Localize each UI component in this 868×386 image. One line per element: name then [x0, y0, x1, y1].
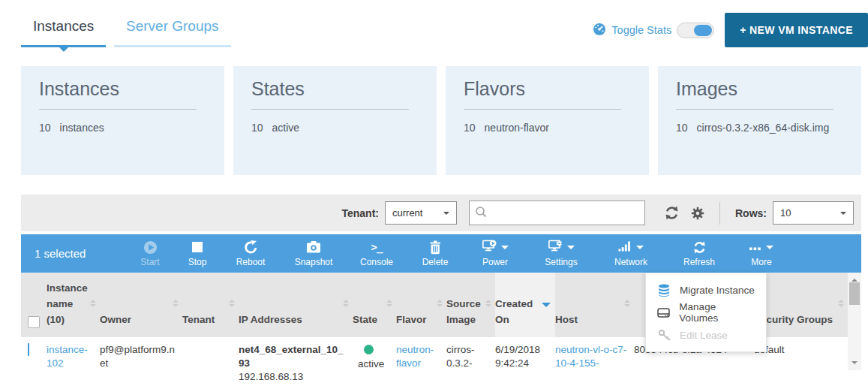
column-header-security-groups[interactable]: Security Groups — [754, 273, 848, 337]
source-image-cell: cirros-0.3.2- — [446, 343, 495, 370]
ip-address: 192.168.68.13 — [239, 370, 347, 384]
page-header: Instances Server Groups Toggle Stats + N… — [0, 0, 868, 60]
card-divider — [464, 109, 621, 110]
menu-item-edit-lease[interactable]: Edit Lease — [646, 324, 766, 346]
terminal-icon: >_ — [371, 240, 383, 255]
power-menu-button[interactable]: Power — [464, 240, 527, 267]
chevron-down-icon — [766, 246, 773, 253]
more-dropdown-menu: Migrate Instance Manage Volumes Ed — [645, 273, 767, 352]
menu-item-label: Edit Lease — [680, 330, 728, 341]
card-divider — [39, 109, 197, 110]
monitor-power-icon — [482, 240, 497, 255]
reboot-button[interactable]: Reboot — [221, 240, 281, 267]
created-time: 9:42:24 — [495, 357, 549, 370]
menu-item-label: Migrate Instance — [680, 285, 755, 296]
console-button[interactable]: >_ Console — [347, 240, 407, 267]
sort-arrows-icon[interactable] — [90, 297, 96, 310]
column-header-tenant[interactable]: Tenant — [182, 273, 239, 337]
sort-arrows-icon[interactable] — [386, 297, 392, 310]
settings-menu-button[interactable]: Settings — [527, 240, 596, 267]
column-header-state[interactable]: State — [353, 273, 396, 337]
stats-card-flavors: Flavors 10neutron-flavor — [446, 66, 649, 175]
ellipsis-icon — [749, 240, 761, 254]
menu-item-manage-volumes[interactable]: Manage Volumes — [646, 301, 766, 324]
tab-server-groups-label: Server Groups — [126, 18, 219, 34]
snapshot-button[interactable]: Snapshot — [281, 240, 347, 267]
card-title: Instances — [39, 78, 206, 100]
card-label: cirros-0.3.2-x86_64-disk.img — [697, 122, 830, 134]
security-groups-cell: default — [754, 343, 848, 357]
delete-button[interactable]: Delete — [407, 240, 464, 267]
ip-network: net4_68_external_10_93 — [239, 343, 347, 370]
card-count: 10 — [464, 122, 476, 134]
refresh-icon[interactable] — [664, 205, 680, 221]
vertical-scroll-thumb[interactable] — [849, 282, 860, 305]
column-header-instance-name[interactable]: Instance name (10) — [47, 273, 100, 337]
ip-addresses-cell: net4_68_external_10_93 192.168.68.13 — [239, 343, 353, 384]
row-checkbox[interactable] — [28, 343, 29, 356]
card-label: active — [272, 122, 300, 134]
chevron-down-icon — [443, 212, 449, 218]
divider — [719, 202, 720, 225]
stop-button[interactable]: Stop — [174, 240, 221, 267]
card-label: neutron-flavor — [485, 122, 549, 134]
sort-arrows-icon[interactable] — [624, 297, 630, 310]
host-link[interactable]: neutron-vl-o-c7-10-4-155- — [555, 344, 626, 369]
sort-arrows-icon[interactable] — [343, 297, 349, 310]
search-icon — [475, 206, 488, 222]
menu-item-migrate-instance[interactable]: Migrate Instance — [646, 279, 766, 301]
column-header-created-on[interactable]: Created On — [495, 273, 555, 337]
column-header-owner[interactable]: Owner — [100, 273, 182, 337]
flavor-link[interactable]: neutron-flavor — [396, 344, 434, 369]
refresh-icon — [692, 240, 707, 255]
created-date: 6/19/2018 — [495, 343, 549, 357]
gear-icon[interactable] — [690, 206, 705, 221]
scroll-down-icon[interactable] — [851, 361, 857, 367]
select-all-checkbox[interactable] — [28, 316, 40, 328]
search-input[interactable] — [469, 201, 645, 225]
column-header-flavor[interactable]: Flavor — [396, 273, 446, 337]
more-menu-button[interactable]: More — [732, 240, 791, 267]
key-icon — [657, 329, 671, 341]
tenant-select[interactable]: current — [385, 201, 457, 225]
tenant-select-value: current — [392, 207, 422, 219]
column-header-source-image[interactable]: Source Image — [446, 273, 495, 337]
sort-arrows-icon[interactable] — [229, 297, 235, 310]
sort-arrows-icon[interactable] — [485, 297, 491, 310]
card-count: 10 — [39, 122, 51, 134]
active-status-dot — [364, 345, 374, 354]
toggle-stats-control[interactable]: Toggle Stats — [593, 23, 714, 38]
tab-instances[interactable]: Instances — [21, 14, 106, 47]
card-count: 10 — [676, 122, 688, 134]
drive-icon — [657, 307, 670, 318]
sort-arrows-icon[interactable] — [838, 297, 844, 310]
filter-bar: Tenant: current — [21, 195, 861, 231]
vertical-scrollbar[interactable] — [848, 273, 861, 370]
created-on-cell: 6/19/2018 9:42:24 — [495, 343, 555, 370]
column-header-host[interactable]: Host — [555, 273, 634, 337]
tab-server-groups[interactable]: Server Groups — [114, 14, 231, 47]
card-title: States — [251, 78, 419, 100]
sort-arrows-icon[interactable] — [437, 297, 443, 310]
network-menu-button[interactable]: Network — [596, 240, 666, 267]
stats-card-instances: Instances 10instances — [21, 66, 224, 175]
database-icon — [657, 284, 671, 297]
toolbar-refresh-button[interactable]: Refresh — [666, 240, 732, 267]
sort-arrows-icon[interactable] — [173, 297, 179, 310]
scroll-up-icon[interactable] — [851, 276, 857, 282]
rows-label: Rows: — [735, 207, 767, 219]
stats-cards: Instances 10instances States 10active Fl… — [21, 66, 861, 175]
state-label: active — [358, 357, 390, 371]
header-actions: Toggle Stats + NEW VM INSTANCE — [593, 13, 868, 47]
rows-select[interactable]: 10 — [773, 201, 854, 225]
toggle-stats-label: Toggle Stats — [611, 24, 671, 36]
instance-name-link[interactable]: instance-102 — [47, 344, 88, 369]
start-button[interactable]: Start — [126, 240, 174, 267]
new-vm-instance-button[interactable]: + NEW VM INSTANCE — [725, 13, 868, 47]
column-header-ip-addresses[interactable]: IP Addresses — [239, 273, 353, 337]
stats-toggle-switch[interactable] — [677, 23, 714, 38]
sort-descending-icon — [542, 303, 551, 312]
card-count: 10 — [251, 122, 263, 134]
chevron-down-icon — [840, 212, 846, 218]
owner-cell: pf9@platform9.net — [100, 343, 182, 370]
